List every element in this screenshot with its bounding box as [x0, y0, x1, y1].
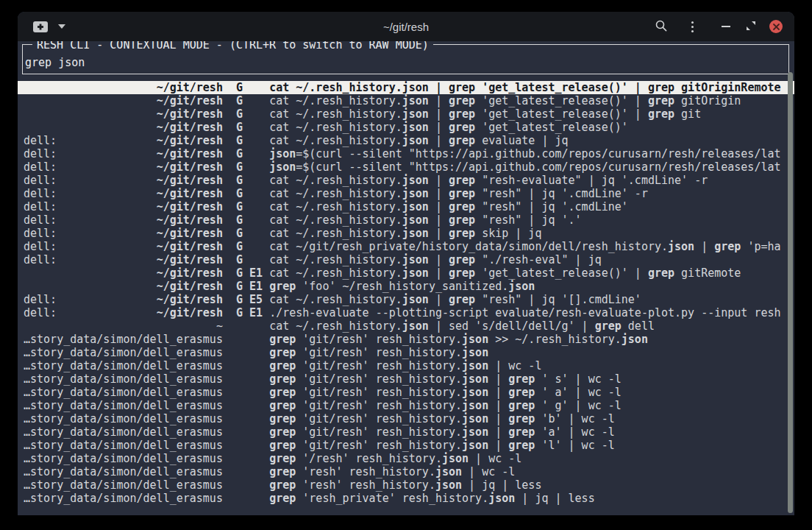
- dir-cell: ~/git/resh: [157, 174, 223, 187]
- history-row[interactable]: ~/git/resh G cat ~/.resh_history.json | …: [18, 121, 794, 134]
- history-row-selected[interactable]: ~/git/resh G cat ~/.resh_history.json | …: [18, 81, 794, 94]
- history-row[interactable]: …story_data/simon/dell_erasmus grep 'git…: [18, 399, 794, 412]
- new-tab-button[interactable]: [32, 21, 65, 33]
- command-segment: json: [402, 200, 429, 213]
- command-segment: cat ~/.resh_history.: [269, 174, 402, 187]
- command-segment: 'b' | wc -l: [535, 412, 614, 425]
- command-segment: | wc -l: [488, 359, 541, 372]
- command-segment: ' s' | wc -l: [535, 372, 621, 386]
- history-row[interactable]: …story_data/simon/dell_erasmus grep 'git…: [18, 425, 794, 439]
- command-segment: skip | jq: [475, 227, 541, 240]
- command-segment: evaluate | jq: [475, 134, 568, 147]
- history-row[interactable]: …story_data/simon/dell_erasmus grep 'git…: [18, 412, 794, 425]
- history-row[interactable]: ~ cat ~/.resh_history.json | sed 's/dell…: [18, 319, 794, 333]
- history-row[interactable]: ~/git/resh G E1 cat ~/.resh_history.json…: [18, 266, 794, 280]
- new-tab-icon: [32, 21, 49, 33]
- command-segment: grep: [648, 266, 674, 280]
- command-segment: json: [668, 240, 694, 253]
- command-segment: json: [435, 478, 462, 492]
- desktop-background: ~/git/resh: [0, 0, 812, 530]
- scrollbar[interactable]: [788, 72, 793, 513]
- history-row[interactable]: dell: ~/git/resh G json=$(curl --silent …: [18, 160, 794, 174]
- titlebar: ~/git/resh: [18, 12, 794, 41]
- history-row[interactable]: ~/git/resh G cat ~/.resh_history.json | …: [18, 94, 794, 107]
- history-row[interactable]: …story_data/simon/dell_erasmus grep 'git…: [18, 359, 794, 372]
- history-row[interactable]: …story_data/simon/dell_erasmus grep 'git…: [18, 346, 794, 359]
- history-row[interactable]: dell: ~/git/resh G json=$(curl --silent …: [18, 147, 794, 160]
- history-row[interactable]: …story_data/simon/dell_erasmus grep 'git…: [18, 386, 794, 399]
- command-segment: 'git/resh' resh_history.: [296, 346, 462, 359]
- command-segment: 'resh' resh_history.: [296, 478, 435, 492]
- search-query-input[interactable]: grep json: [25, 56, 85, 69]
- command-segment: cat ~/.resh_history.: [269, 107, 402, 121]
- command-segment: 'get_latest_release()' |: [475, 94, 648, 107]
- command-segment: json: [402, 227, 429, 240]
- command-segment: grep: [508, 386, 535, 399]
- command-segment: grep: [508, 439, 535, 452]
- history-row[interactable]: ~/git/resh G E1 grep 'foo' ~/resh_histor…: [18, 280, 794, 293]
- history-row[interactable]: ~/git/resh G cat ~/.resh_history.json | …: [18, 107, 794, 121]
- history-row[interactable]: dell: ~/git/resh G cat ~/.resh_history.j…: [18, 227, 794, 240]
- command-segment: json: [435, 465, 462, 478]
- command-segment: json: [402, 293, 429, 306]
- command-segment: grep: [269, 439, 296, 452]
- command-segment: grep: [449, 187, 475, 200]
- command-segment: ./resh-evaluate --plotting-script evalua…: [269, 306, 780, 319]
- command-segment: cat ~/.resh_history.: [269, 200, 402, 213]
- host-cell: dell:: [24, 134, 57, 147]
- dir-cell: ~/git/resh: [157, 227, 223, 240]
- command-segment: grep: [449, 121, 475, 134]
- command-segment: 'get_latest_release()' |: [475, 266, 648, 280]
- command-segment: =$(curl --silent "https://api.github.com…: [296, 147, 780, 160]
- resh-mode-title: RESH CLI - CONTEXTUAL MODE - (CTRL+R to …: [32, 41, 433, 52]
- command-segment: grep: [269, 280, 296, 293]
- history-row[interactable]: …story_data/simon/dell_erasmus grep 'git…: [18, 333, 794, 346]
- close-button[interactable]: [769, 12, 783, 41]
- history-row[interactable]: …story_data/simon/dell_erasmus grep 'git…: [18, 372, 794, 386]
- dir-cell: …story_data/simon/dell_erasmus: [24, 359, 223, 372]
- history-row[interactable]: dell: ~/git/resh G E1 ./resh-evaluate --…: [18, 306, 794, 319]
- menu-button[interactable]: [685, 12, 699, 41]
- history-row[interactable]: …story_data/simon/dell_erasmus grep 'git…: [18, 439, 794, 452]
- command-segment: json: [402, 187, 429, 200]
- restore-button[interactable]: [744, 12, 758, 41]
- command-segment: ' a' | wc -l: [535, 386, 621, 399]
- command-segment: grep: [269, 425, 296, 439]
- command-segment: json: [462, 425, 488, 439]
- history-row[interactable]: dell: ~/git/resh G E5 cat ~/.resh_histor…: [18, 293, 794, 306]
- command-segment: json: [462, 346, 488, 359]
- command-segment: json: [402, 81, 429, 94]
- dir-cell: …story_data/simon/dell_erasmus: [24, 386, 223, 399]
- command-segment: cat ~/.resh_history.: [269, 213, 402, 227]
- command-segment: grep: [449, 174, 475, 187]
- history-row[interactable]: dell: ~/git/resh G cat ~/.resh_history.j…: [18, 134, 794, 147]
- command-segment: grep: [449, 266, 475, 280]
- dir-cell: …story_data/simon/dell_erasmus: [24, 465, 223, 478]
- search-button[interactable]: [654, 12, 669, 41]
- history-row[interactable]: dell: ~/git/resh G cat ~/.resh_history.j…: [18, 187, 794, 200]
- history-row[interactable]: …story_data/simon/dell_erasmus grep '/re…: [18, 452, 794, 465]
- dir-cell: ~/git/resh: [157, 213, 223, 227]
- command-segment: cat ~/.resh_history.: [269, 81, 402, 94]
- dash-icon: [722, 26, 730, 27]
- command-segment: |: [429, 227, 449, 240]
- history-row[interactable]: dell: ~/git/resh G cat ~/git/resh_privat…: [18, 240, 794, 253]
- command-segment: "./resh-eval" | jq: [475, 253, 602, 266]
- dir-cell: ~/git/resh: [157, 253, 223, 266]
- flag-cell: G: [236, 107, 243, 121]
- command-segment: cat ~/.resh_history.: [269, 319, 402, 333]
- flag-cell: G: [236, 306, 243, 319]
- host-cell: dell:: [24, 160, 57, 174]
- minimize-button[interactable]: [719, 12, 733, 41]
- history-row[interactable]: dell: ~/git/resh G cat ~/.resh_history.j…: [18, 253, 794, 266]
- history-row[interactable]: …story_data/simon/dell_erasmus grep 'res…: [18, 465, 794, 478]
- history-row[interactable]: dell: ~/git/resh G cat ~/.resh_history.j…: [18, 174, 794, 187]
- history-row[interactable]: …story_data/simon/dell_erasmus grep 'res…: [18, 492, 794, 505]
- command-segment: cat ~/.resh_history.: [269, 94, 402, 107]
- command-segment: cat ~/.resh_history.: [269, 227, 402, 240]
- history-row[interactable]: dell: ~/git/resh G cat ~/.resh_history.j…: [18, 213, 794, 227]
- command-segment: 'foo' ~/resh_history_sanitized.: [296, 280, 508, 293]
- command-segment: json: [462, 372, 488, 386]
- history-row[interactable]: dell: ~/git/resh G cat ~/.resh_history.j…: [18, 200, 794, 213]
- history-row[interactable]: …story_data/simon/dell_erasmus grep 'res…: [18, 478, 794, 492]
